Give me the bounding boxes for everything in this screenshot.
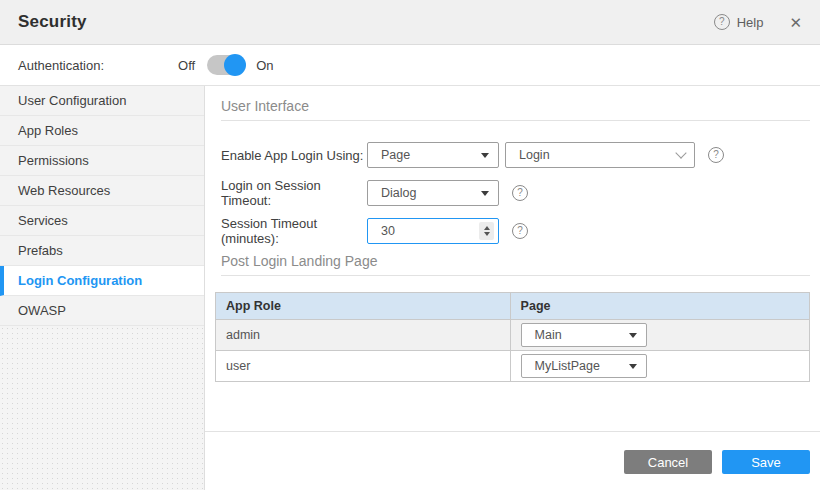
session-timeout-minutes-row: Session Timeout (minutes): ? bbox=[221, 218, 810, 244]
post-login-landing-table: App Role Page admin Main bbox=[215, 292, 810, 382]
help-button[interactable]: ? Help bbox=[714, 14, 764, 30]
authentication-row: Authentication: Off On bbox=[0, 45, 820, 86]
security-dialog: Security ? Help ✕ Authentication: Off On… bbox=[0, 0, 820, 490]
sidebar-item-app-roles[interactable]: App Roles bbox=[0, 116, 204, 146]
login-on-session-timeout-row: Login on Session Timeout: Dialog ? bbox=[221, 180, 810, 206]
settings-sidebar: User Configuration App Roles Permissions… bbox=[0, 86, 205, 490]
close-icon[interactable]: ✕ bbox=[789, 15, 802, 30]
session-timeout-type-value: Dialog bbox=[381, 186, 416, 200]
title-bar: Security ? Help ✕ bbox=[0, 0, 820, 45]
login-on-session-timeout-label: Login on Session Timeout: bbox=[221, 178, 367, 208]
toggle-off-label: Off bbox=[178, 58, 195, 73]
titlebar-actions: ? Help ✕ bbox=[714, 14, 802, 30]
sidebar-item-owasp[interactable]: OWASP bbox=[0, 296, 204, 326]
caret-down-icon bbox=[481, 153, 489, 158]
toggle-on-label: On bbox=[256, 58, 273, 73]
help-label: Help bbox=[737, 15, 764, 30]
admin-landing-page-value: Main bbox=[535, 328, 562, 342]
session-timeout-minutes-input[interactable] bbox=[368, 220, 468, 242]
user-landing-page-select[interactable]: MyListPage bbox=[521, 354, 647, 378]
sidebar-item-login-configuration[interactable]: Login Configuration bbox=[0, 266, 204, 296]
table-header-row: App Role Page bbox=[216, 293, 810, 320]
login-on-session-timeout-help-icon[interactable]: ? bbox=[512, 185, 528, 201]
session-timeout-type-select[interactable]: Dialog bbox=[367, 180, 499, 206]
user-interface-section-title: User Interface bbox=[221, 86, 810, 114]
authentication-toggle[interactable] bbox=[207, 55, 244, 75]
sidebar-item-web-resources[interactable]: Web Resources bbox=[0, 176, 204, 206]
table-row-admin: admin Main bbox=[216, 320, 810, 351]
enable-app-login-help-icon[interactable]: ? bbox=[708, 147, 724, 163]
cancel-button[interactable]: Cancel bbox=[624, 450, 712, 474]
user-landing-page-value: MyListPage bbox=[535, 359, 600, 373]
enable-app-login-row: Enable App Login Using: Page Login ? bbox=[221, 142, 810, 168]
login-type-select[interactable]: Page bbox=[367, 142, 499, 168]
sidebar-item-prefabs[interactable]: Prefabs bbox=[0, 236, 204, 266]
page-title: Security bbox=[18, 12, 87, 32]
sidebar-dotted-background bbox=[0, 326, 204, 490]
app-role-cell: admin bbox=[216, 320, 511, 351]
sidebar-item-user-configuration[interactable]: User Configuration bbox=[0, 86, 204, 116]
table-row-user: user MyListPage bbox=[216, 351, 810, 382]
sidebar-item-permissions[interactable]: Permissions bbox=[0, 146, 204, 176]
save-button[interactable]: Save bbox=[722, 450, 810, 474]
authentication-label: Authentication: bbox=[18, 58, 104, 73]
column-header-page: Page bbox=[510, 293, 809, 320]
login-type-value: Page bbox=[381, 148, 410, 162]
caret-down-icon bbox=[629, 333, 637, 338]
toggle-knob-icon bbox=[224, 54, 246, 76]
admin-landing-page-select[interactable]: Main bbox=[521, 323, 647, 347]
question-circle-icon: ? bbox=[714, 14, 730, 30]
section-divider bbox=[221, 120, 810, 121]
session-timeout-minutes-help-icon[interactable]: ? bbox=[512, 223, 528, 239]
dialog-body: User Configuration App Roles Permissions… bbox=[0, 86, 820, 490]
login-configuration-panel: User Interface Enable App Login Using: P… bbox=[205, 86, 820, 490]
session-timeout-minutes-field bbox=[367, 218, 499, 244]
chevron-down-icon bbox=[675, 147, 686, 158]
sidebar-item-services[interactable]: Services bbox=[0, 206, 204, 236]
caret-down-icon bbox=[629, 364, 637, 369]
caret-down-icon bbox=[481, 191, 489, 196]
dialog-footer: Cancel Save bbox=[205, 431, 820, 490]
enable-app-login-label: Enable App Login Using: bbox=[221, 148, 367, 163]
login-page-value: Login bbox=[519, 148, 550, 162]
login-page-select[interactable]: Login bbox=[505, 142, 695, 168]
session-timeout-minutes-label: Session Timeout (minutes): bbox=[221, 216, 367, 246]
section-divider bbox=[221, 275, 810, 276]
column-header-app-role: App Role bbox=[216, 293, 511, 320]
app-role-cell: user bbox=[216, 351, 511, 382]
number-stepper-icon[interactable] bbox=[479, 222, 494, 240]
post-login-section-title: Post Login Landing Page bbox=[221, 244, 810, 269]
